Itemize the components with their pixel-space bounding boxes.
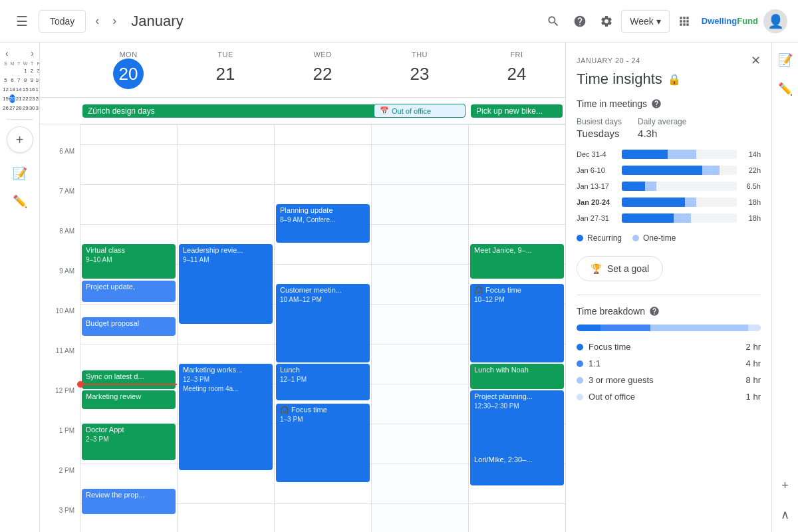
project-update-event[interactable]: Project update,: [82, 281, 176, 302]
mini-day[interactable]: 10: [36, 76, 40, 84]
allday-row: Zürich design days 📅 Out of office Pick …: [40, 98, 565, 124]
mini-day[interactable]: 22: [23, 94, 29, 103]
mini-day[interactable]: 2: [29, 66, 35, 75]
focus-time-fri-event[interactable]: 🎧 Focus time 10–12 PM: [470, 284, 564, 362]
mini-day[interactable]: 31: [36, 104, 40, 112]
day-col-thu[interactable]: [371, 124, 468, 532]
mini-day[interactable]: 21: [16, 94, 22, 103]
planning-update-event[interactable]: Planning update 8–9 AM, Confere...: [276, 204, 370, 243]
apps-button[interactable]: [672, 9, 696, 33]
mini-day[interactable]: 24: [36, 94, 40, 103]
day-col-tue[interactable]: Leadership revie... 9–11 AM Marketing wo…: [177, 124, 274, 532]
mini-day[interactable]: 28: [16, 104, 22, 112]
hour-line: [372, 464, 468, 464]
day-num-mon[interactable]: 20: [113, 59, 144, 89]
next-nav-button[interactable]: ›: [108, 10, 120, 32]
insights-close-button[interactable]: ✕: [751, 53, 761, 68]
help-button[interactable]: [568, 9, 592, 33]
menu-button[interactable]: ☰: [11, 8, 33, 35]
mini-day[interactable]: 27: [9, 104, 15, 112]
lori-mike-event[interactable]: Lori/Mike, 2:30–...: [470, 454, 564, 485]
week-bar-row: Jan 20-24 18h: [577, 198, 761, 207]
marketing-review-event[interactable]: Marketing review: [82, 390, 176, 409]
mini-day[interactable]: 30: [29, 104, 35, 112]
virtual-class-event[interactable]: Virtual class 9–10 AM: [82, 244, 176, 279]
day-num-wed[interactable]: 22: [307, 59, 338, 89]
add-event-button[interactable]: +: [7, 126, 33, 153]
event-title: Lunch: [280, 365, 366, 375]
add-button[interactable]: +: [773, 473, 797, 497]
settings-button[interactable]: [595, 9, 618, 33]
mini-day[interactable]: 29: [23, 104, 29, 112]
mini-day[interactable]: 12: [3, 85, 9, 94]
mini-day[interactable]: 17: [36, 85, 40, 94]
mini-day-today[interactable]: 20: [9, 94, 15, 103]
meet-janice-event[interactable]: Meet Janice, 9–...: [470, 244, 564, 279]
time-grid-scroll[interactable]: 6 AM 7 AM 8 AM 9 AM 10 AM 11 AM 12 PM 1 …: [40, 124, 565, 532]
mini-day[interactable]: 14: [16, 85, 22, 94]
breakdown-label: Out of office: [589, 392, 635, 402]
mini-day[interactable]: 8: [23, 76, 29, 84]
collapse-button[interactable]: ∧: [773, 503, 797, 527]
day-num-thu[interactable]: 23: [404, 59, 435, 89]
day-col-wed[interactable]: Planning update 8–9 AM, Confere... Custo…: [274, 124, 371, 532]
event-time: 12–3 PM: [183, 375, 269, 384]
doctor-appt-event[interactable]: Doctor Appt 2–3 PM: [82, 424, 176, 460]
day-col-mon[interactable]: Virtual class 9–10 AM Project update, Bu…: [80, 124, 177, 532]
week-label: Jan 6-10: [577, 166, 616, 174]
mini-header-m: M: [9, 61, 15, 66]
mini-day[interactable]: 13: [9, 85, 15, 94]
pickup-bike-event[interactable]: Pick up new bike...: [471, 104, 563, 118]
breakdown-label: 3 or more guests: [589, 375, 654, 385]
mini-prev-button[interactable]: ‹: [5, 48, 9, 59]
leadership-review-event[interactable]: Leadership revie... 9–11 AM: [179, 244, 273, 324]
recurring-segment: [622, 198, 685, 207]
breakdown-legend: Focus time 2 hr 1:1 4 hr 3 or more guest…: [577, 342, 761, 402]
out-of-office-event[interactable]: 📅 Out of office: [374, 104, 466, 118]
day-num-fri[interactable]: 24: [501, 59, 532, 89]
day-col-fri[interactable]: Meet Janice, 9–... 🎧 Focus time 10–12 PM…: [468, 124, 565, 532]
edit-button[interactable]: ✏️: [773, 77, 797, 101]
mini-day[interactable]: 5: [3, 76, 9, 84]
toolbar: ☰ Today ‹ › January Week ▾ DwellingFund …: [0, 0, 798, 43]
mini-day[interactable]: 7: [16, 76, 22, 84]
mini-day[interactable]: [16, 66, 22, 75]
mini-day[interactable]: 23: [29, 94, 35, 103]
lunch-event[interactable]: Lunch 12–1 PM: [276, 364, 370, 400]
mini-day[interactable]: 9: [29, 76, 35, 84]
mini-header-w: W: [23, 61, 29, 66]
mini-day[interactable]: 6: [9, 76, 15, 84]
notes-button[interactable]: 📝: [773, 48, 797, 72]
mini-day[interactable]: [3, 66, 9, 75]
hour-line: [178, 344, 274, 344]
mini-next-button[interactable]: ›: [31, 48, 34, 59]
marketing-workshop-event[interactable]: Marketing works... 12–3 PM Meeting room …: [179, 364, 273, 470]
mini-day[interactable]: [9, 66, 15, 75]
today-button[interactable]: Today: [39, 10, 86, 33]
focus-time-wed-event[interactable]: 🎧 Focus time 1–3 PM: [276, 404, 370, 482]
customer-meeting-event[interactable]: Customer meetin... 10 AM–12 PM: [276, 284, 370, 362]
hour-line: [372, 184, 468, 185]
set-goal-button[interactable]: 🏆 Set a goal: [577, 256, 663, 281]
mini-day[interactable]: 19: [3, 94, 9, 103]
sidebar-item-edit[interactable]: ✏️: [9, 190, 31, 213]
breakdown-item: Focus time 2 hr: [577, 342, 761, 352]
sidebar-item-notes[interactable]: 📝: [9, 162, 31, 185]
sync-latest-event[interactable]: Sync on latest d...: [82, 370, 176, 389]
prev-nav-button[interactable]: ‹: [91, 10, 103, 32]
mini-day[interactable]: 16: [29, 85, 35, 94]
hour-line: [178, 184, 274, 185]
avatar[interactable]: 👤: [763, 9, 787, 33]
budget-proposal-event[interactable]: Budget proposal: [82, 317, 176, 336]
day-num-tue[interactable]: 21: [210, 59, 241, 89]
mini-day[interactable]: 26: [3, 104, 9, 112]
view-selector[interactable]: Week ▾: [621, 10, 670, 33]
week-value: 22h: [742, 166, 761, 174]
mini-day[interactable]: 15: [23, 85, 29, 94]
search-button[interactable]: [541, 9, 565, 33]
week-label: Dec 31-4: [577, 150, 616, 158]
mini-day[interactable]: 3: [36, 66, 40, 75]
lunch-noah-event[interactable]: Lunch with Noah: [470, 364, 564, 389]
mini-day[interactable]: 1: [23, 66, 29, 75]
review-prop-event[interactable]: Review the prop...: [82, 489, 176, 514]
